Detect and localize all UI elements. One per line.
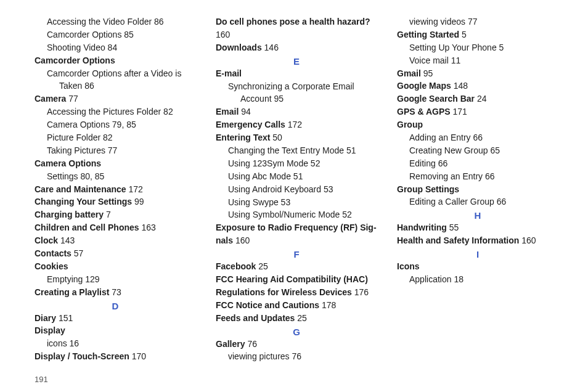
index-entry: Adding an Entry 66: [397, 132, 558, 144]
index-entry-label: Using Symbol/Numeric Mode: [228, 210, 340, 219]
index-entry-label: Accessing the Video Folder: [47, 17, 152, 27]
index-entry-label: Camcorder Options: [35, 55, 115, 65]
index-entry-page: 95: [423, 68, 433, 78]
index-entry-page: 79, 85: [112, 120, 136, 129]
index-entry-label: viewing pictures: [228, 351, 290, 361]
index-entry: icons 16: [35, 338, 196, 349]
index-entry-page: 146: [264, 43, 279, 52]
index-entry: Shooting Video 84: [35, 42, 196, 54]
index-entry: Getting Started 5: [397, 29, 558, 41]
index-entry-label: Camcorder Options: [47, 30, 121, 39]
index-entry-page: 82: [103, 133, 113, 142]
index-entry: viewing pictures 76: [216, 351, 377, 362]
index-entry-page: 55: [449, 223, 459, 232]
index-entry-page: 170: [132, 351, 146, 361]
index-entry-label: Group: [397, 120, 423, 129]
index-entry: Regulations for Wireless Devices 176: [216, 287, 377, 298]
index-entry: 160: [216, 29, 377, 41]
index-entry-label: Editing a Caller Group: [409, 197, 494, 206]
index-entry-label: Contacts: [35, 248, 71, 258]
index-entry: Gmail 95: [397, 68, 558, 80]
page-number: 191: [35, 375, 48, 384]
index-entry-page: 143: [60, 235, 75, 245]
index-entry: Health and Safety Information 160: [397, 235, 558, 247]
index-entry-label: Regulations for Wireless Devices: [216, 287, 352, 297]
index-entry-page: 171: [453, 107, 467, 116]
index-entry: Camera Options 79, 85: [35, 119, 196, 131]
index-entry: Creating New Group 65: [397, 145, 558, 157]
index-entry-label: FCC Hearing Aid Compatibility (HAC): [216, 274, 368, 284]
index-entry-label: Exposure to Radio Frequency (RF) Sig-: [216, 223, 377, 232]
index-entry-page: 84: [108, 43, 118, 52]
index-entry-page: 86: [84, 81, 94, 91]
index-entry-label: 160: [216, 30, 230, 39]
index-entry-label: GPS & AGPS: [397, 107, 451, 116]
section-letter: E: [216, 56, 377, 67]
index-entry-label: Creating a Playlist: [35, 287, 109, 297]
index-entry: Downloads 146: [216, 42, 377, 54]
index-entry-label: Synchronizing a Corporate Email: [228, 81, 354, 91]
index-entry: Handwriting 55: [397, 222, 558, 234]
index-entry: Taken 86: [35, 80, 196, 92]
index-entry: Google Search Bar 24: [397, 93, 558, 105]
index-entry-label: Changing the Text Entry Mode: [228, 145, 344, 155]
index-entry: viewing videos 77: [397, 16, 558, 28]
index-entry-label: Feeds and Updates: [216, 313, 295, 323]
index-entry-label: Display / Touch-Screen: [35, 351, 129, 361]
index-entry-label: Clock: [35, 235, 58, 245]
index-entry: Camcorder Options: [35, 55, 196, 67]
index-page: Accessing the Video Folder 86Camcorder O…: [0, 0, 588, 369]
index-entry-page: 51: [293, 171, 303, 181]
index-entry-label: Diary: [35, 313, 56, 323]
index-entry: Email 94: [216, 106, 377, 118]
index-entry-page: 52: [311, 158, 321, 168]
index-entry: Account 95: [216, 93, 377, 105]
index-entry-page: 160: [521, 235, 536, 245]
index-entry: Facebook 25: [216, 261, 377, 272]
index-entry: Charging battery 7: [35, 209, 196, 221]
index-entry: Entering Text 50: [216, 132, 377, 144]
index-entry: Feeds and Updates 25: [216, 312, 377, 324]
index-entry-label: Removing an Entry: [409, 171, 483, 181]
index-entry-page: 76: [247, 339, 257, 349]
index-entry-label: Camera Options: [47, 120, 110, 129]
index-entry: E-mail: [216, 68, 377, 80]
index-entry-label: Charging battery: [35, 210, 104, 219]
index-entry-page: 66: [473, 133, 483, 142]
index-entry: Group: [397, 119, 558, 131]
index-entry-page: 66: [485, 171, 495, 181]
index-entry-page: 25: [258, 261, 268, 271]
index-entry-label: Using Swype: [228, 197, 279, 207]
index-entry: Display: [35, 325, 196, 337]
index-entry-page: 94: [241, 107, 251, 116]
index-entry-label: Do cell phones pose a health hazard?: [216, 17, 370, 27]
index-entry: Icons: [397, 261, 558, 272]
index-entry: Accessing the Pictures Folder 82: [35, 106, 196, 118]
index-entry-page: 85: [124, 30, 134, 39]
index-entry: Exposure to Radio Frequency (RF) Sig-: [216, 222, 377, 234]
index-entry-page: 65: [491, 145, 500, 155]
index-entry: Gallery 76: [216, 338, 377, 350]
index-entry-label: E-mail: [216, 68, 242, 78]
index-entry-label: Voice mail: [409, 55, 449, 65]
index-entry-label: Icons: [397, 261, 420, 271]
index-entry-page: 25: [297, 313, 307, 323]
index-entry-label: Using Abc Mode: [228, 171, 291, 181]
index-entry-label: nals: [216, 235, 233, 245]
index-entry-label: Health and Safety Information: [397, 235, 519, 245]
index-entry-label: icons: [47, 338, 67, 348]
index-entry: FCC Hearing Aid Compatibility (HAC): [216, 274, 377, 285]
index-entry-label: Shooting Video: [47, 43, 105, 52]
index-entry-page: 5: [462, 30, 467, 39]
index-entry: Using Swype 53: [216, 197, 377, 208]
index-entry: Changing the Text Entry Mode 51: [216, 145, 377, 157]
index-entry-page: 76: [292, 351, 302, 361]
index-entry: Camcorder Options 85: [35, 29, 196, 41]
index-entry-page: 50: [272, 133, 282, 142]
index-entry: Children and Cell Phones 163: [35, 222, 196, 234]
index-entry-label: Camera Options: [35, 158, 101, 168]
index-entry: Voice mail 11: [397, 55, 558, 67]
index-entry-label: Application: [409, 274, 452, 284]
index-entry: Accessing the Video Folder 86: [35, 16, 196, 28]
section-letter: D: [35, 301, 196, 311]
